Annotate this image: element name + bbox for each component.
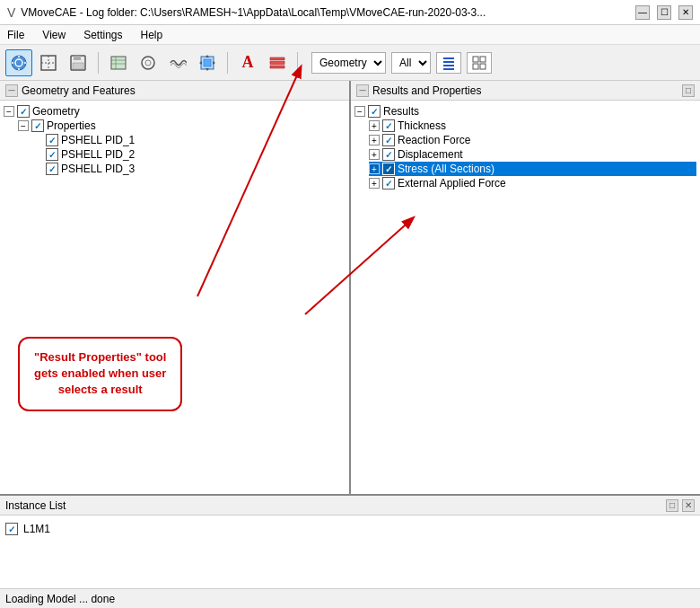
checkbox-reaction-force[interactable] [382,134,395,146]
checkbox-pshell1[interactable] [46,134,58,146]
left-panel-collapse-button[interactable]: ─ [5,84,18,97]
layers-tool-button[interactable] [105,49,132,76]
displacement-label: Displacement [398,148,463,161]
svg-point-0 [12,56,26,70]
svg-rect-11 [73,63,83,69]
instance-header-controls: □ ✕ [666,499,695,512]
callout-box: "Result Properties" toolgets enabled whe… [18,337,182,411]
home-tool-button[interactable] [5,49,32,76]
stack-icon [268,54,286,72]
instance-panel-title: Instance List [5,499,66,512]
separator-2 [227,52,228,74]
svg-rect-34 [480,64,486,69]
right-panel-tree: − Results + Thickness + Reaction Force [351,101,700,494]
expand-stress-button[interactable]: + [369,163,380,174]
reaction-force-label: Reaction Force [398,134,470,146]
annotation-area: "Result Properties" toolgets enabled whe… [0,301,349,494]
thickness-label: Thickness [398,119,446,132]
menu-view[interactable]: View [39,27,69,43]
checkbox-properties[interactable] [31,119,44,132]
left-panel-title: Geometry and Features [22,84,136,97]
expand-reaction-button[interactable]: + [369,135,380,145]
pshell2-label: PSHELL PID_2 [61,148,135,161]
menu-settings[interactable]: Settings [80,27,126,43]
tree-item-geometry[interactable]: − Geometry [4,104,346,119]
close-button[interactable]: ✕ [678,5,693,20]
svg-rect-24 [270,57,284,60]
checkbox-stress[interactable] [382,163,395,175]
stress-label: Stress (All Sections) [398,163,494,175]
tree-item-ext-force[interactable]: + External Applied Force [369,176,696,190]
svg-rect-25 [270,61,284,64]
wave-tool-button[interactable] [164,49,191,76]
right-panel-collapse-button[interactable]: ─ [356,84,369,97]
svg-rect-32 [480,57,486,62]
instance-panel-header: Instance List □ ✕ [0,496,700,515]
tree-item-displacement[interactable]: + Displacement [369,147,696,162]
pointer-icon [39,54,57,72]
pointer-tool-button[interactable] [35,49,62,76]
instance-content: L1M1 [0,515,700,588]
panels-row: ─ Geometry and Features − Geometry − Pro… [0,81,700,494]
checkbox-pshell3[interactable] [46,163,58,175]
geometry-dropdown[interactable]: Geometry [311,52,386,74]
move-tool-button[interactable] [194,49,221,76]
checkbox-thickness[interactable] [382,119,395,132]
grid-icon-button[interactable] [467,52,492,74]
checkbox-results[interactable] [368,105,381,118]
lines-icon-button[interactable] [436,52,461,74]
instance-panel: Instance List □ ✕ L1M1 [0,494,700,588]
checkbox-ext-force[interactable] [382,177,395,189]
separator-1 [98,52,99,74]
checkbox-geometry[interactable] [17,105,30,118]
tree-item-pshell2[interactable]: PSHELL PID_2 [32,147,346,162]
results-label: Results [383,105,419,118]
tree-item-reaction-force[interactable]: + Reaction Force [369,133,696,147]
instance-close-button[interactable]: ✕ [682,499,695,512]
geometry-label: Geometry [32,105,80,118]
tree-item-pshell3[interactable]: PSHELL PID_3 [32,162,346,176]
text-tool-button[interactable]: A [234,49,261,76]
menu-help[interactable]: Help [137,27,167,43]
lines-icon [442,56,456,70]
expand-thickness-button[interactable]: + [369,120,380,131]
tree-item-pshell1[interactable]: PSHELL PID_1 [32,133,346,147]
expand-results-button[interactable]: − [354,106,365,117]
minimize-button[interactable]: — [635,5,650,20]
expand-ext-force-button[interactable]: + [369,178,380,189]
checkbox-displacement[interactable] [382,148,395,161]
left-panel-header: ─ Geometry and Features [0,81,349,101]
expand-properties-button[interactable]: − [18,120,29,131]
all-dropdown[interactable]: All [391,52,431,74]
checkbox-pshell2[interactable] [46,148,58,161]
circle-tool-button[interactable] [135,49,162,76]
svg-point-16 [142,57,154,69]
expand-geometry-button[interactable]: − [4,106,14,117]
right-panel-title: Results and Properties [372,84,481,97]
right-panel-float-button[interactable]: □ [682,84,695,97]
svg-rect-33 [473,64,478,69]
save-icon [69,54,87,72]
maximize-button[interactable]: ☐ [657,5,671,20]
tree-item-stress[interactable]: + Stress (All Sections) [369,162,696,176]
menu-file[interactable]: File [4,27,28,43]
status-bar: Loading Model ... done [0,588,700,608]
ext-force-label: External Applied Force [398,177,506,189]
separator-3 [297,52,298,74]
grid-icon [472,56,486,70]
svg-rect-12 [111,57,126,69]
instance-item-l1m1[interactable]: L1M1 [5,521,695,537]
instance-float-button[interactable]: □ [666,499,678,512]
tree-item-results[interactable]: − Results [354,104,696,119]
tree-item-properties[interactable]: − Properties [18,119,346,133]
save-tool-button[interactable] [65,49,92,76]
toolbar-dropdowns: Geometry All [311,52,492,74]
layers-icon [109,54,127,72]
wave-icon [169,54,187,72]
checkbox-l1m1[interactable] [5,523,18,535]
pshell3-label: PSHELL PID_3 [61,163,135,175]
tree-item-thickness[interactable]: + Thickness [369,119,696,133]
text-icon: A [242,53,254,72]
expand-displacement-button[interactable]: + [369,149,380,160]
stack-tool-button[interactable] [264,49,291,76]
